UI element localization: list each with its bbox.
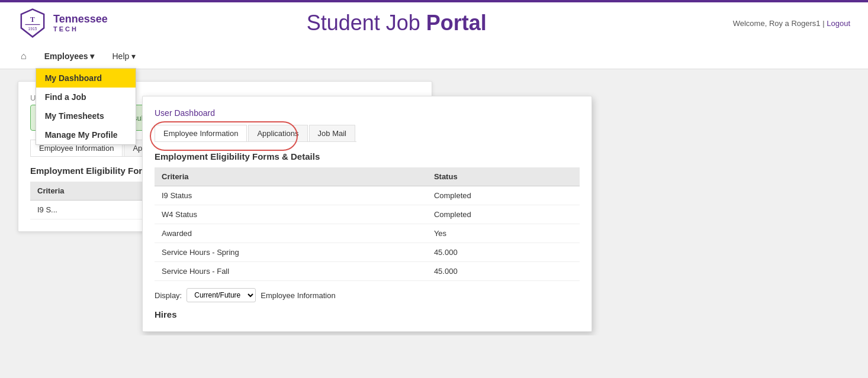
- help-label: Help ▾: [112, 51, 136, 61]
- table-row: W4 Status Completed: [155, 205, 580, 224]
- fg-tab-applications-label: Applications: [257, 129, 298, 138]
- timesheets-label: My Timesheets: [45, 111, 104, 121]
- table-row: Service Hours - Spring 45.000: [155, 243, 580, 262]
- fg-col-criteria: Criteria: [155, 167, 427, 186]
- separator: |: [822, 19, 824, 28]
- display-row: Display: Current/Future Employee Informa…: [155, 288, 580, 302]
- fg-col-status: Status: [427, 167, 580, 186]
- display-label: Display:: [155, 291, 182, 300]
- user-info-area: Welcome, Roy a Rogers1 | Logout: [733, 19, 850, 28]
- employees-dropdown: My Dashboard Find a Job My Timesheets Ma…: [36, 68, 136, 145]
- fg-section-title: Employment Eligibility Forms & Details: [155, 151, 580, 161]
- display-select[interactable]: Current/Future: [187, 288, 256, 302]
- tn-tech-logo-icon: T 1915: [18, 8, 47, 38]
- page-header: T 1915 Tennessee TECH Student Job Portal…: [0, 0, 868, 44]
- fg-tabs: Employee Information Applications Job Ma…: [155, 125, 356, 142]
- home-icon: ⌂: [21, 51, 27, 61]
- find-job-label: Find a Job: [45, 92, 86, 102]
- fg-tab-applications[interactable]: Applications: [248, 125, 307, 141]
- welcome-text: Welcome, Roy a Rogers1: [733, 19, 821, 28]
- svg-text:T: T: [30, 16, 35, 24]
- dropdown-item-timesheets[interactable]: My Timesheets: [36, 106, 136, 125]
- table-row: Service Hours - Fall 45.000: [155, 262, 580, 281]
- table-row: Awarded Yes: [155, 224, 580, 243]
- fg-tab-job-mail-label: Job Mail: [318, 129, 346, 138]
- fg-criteria-spring: Service Hours - Spring: [155, 243, 427, 262]
- dropdown-item-my-dashboard[interactable]: My Dashboard: [36, 69, 136, 88]
- dropdown-item-find-job[interactable]: Find a Job: [36, 88, 136, 106]
- fg-status-w4: Completed: [427, 205, 580, 224]
- page-title: Student Job Portal: [108, 11, 733, 35]
- foreground-page: User Dashboard Employee Information Appl…: [142, 96, 592, 332]
- fg-criteria-i9: I9 Status: [155, 186, 427, 205]
- navbar: ⌂ Employees ▾ My Dashboard Find a Job My…: [0, 44, 868, 69]
- fg-criteria-awarded: Awarded: [155, 224, 427, 243]
- fg-criteria-fall: Service Hours - Fall: [155, 262, 427, 281]
- fg-dashboard-title: User Dashboard: [155, 108, 580, 118]
- home-button[interactable]: ⌂: [12, 44, 36, 69]
- fg-table-header-row: Criteria Status: [155, 167, 580, 186]
- logo-text: Tennessee TECH: [53, 13, 108, 34]
- logo-area: T 1915 Tennessee TECH: [18, 8, 108, 38]
- hires-title: Hires: [155, 309, 580, 319]
- tabs-container: Employee Information Applications Job Ma…: [155, 125, 356, 142]
- manage-profile-label: Manage My Profile: [45, 130, 118, 140]
- page-title-bold: Portal: [426, 11, 487, 35]
- logout-link[interactable]: Logout: [827, 19, 850, 28]
- fg-tab-job-mail[interactable]: Job Mail: [309, 125, 355, 141]
- svg-text:1915: 1915: [28, 27, 37, 31]
- display-info-text: Employee Information: [261, 291, 335, 300]
- fg-criteria-w4: W4 Status: [155, 205, 427, 224]
- logo-tennessee: Tennessee: [53, 13, 108, 26]
- my-dashboard-label: My Dashboard: [45, 73, 102, 83]
- fg-status-fall: 45.000: [427, 262, 580, 281]
- table-row: I9 Status Completed: [155, 186, 580, 205]
- employees-menu[interactable]: Employees ▾ My Dashboard Find a Job My T…: [36, 44, 104, 68]
- fg-status-i9: Completed: [427, 186, 580, 205]
- fg-status-spring: 45.000: [427, 243, 580, 262]
- fg-tab-employee-info[interactable]: Employee Information: [155, 125, 247, 141]
- fg-tab-employee-info-label: Employee Information: [163, 129, 238, 138]
- help-menu[interactable]: Help ▾: [104, 44, 145, 68]
- dropdown-item-manage-profile[interactable]: Manage My Profile: [36, 125, 136, 144]
- fg-status-awarded: Yes: [427, 224, 580, 243]
- page-title-regular: Student Job: [307, 11, 426, 35]
- logo-tech: TECH: [53, 25, 108, 33]
- employees-label: Employees ▾: [44, 51, 95, 61]
- fg-table: Criteria Status I9 Status Completed W4 S…: [155, 167, 580, 281]
